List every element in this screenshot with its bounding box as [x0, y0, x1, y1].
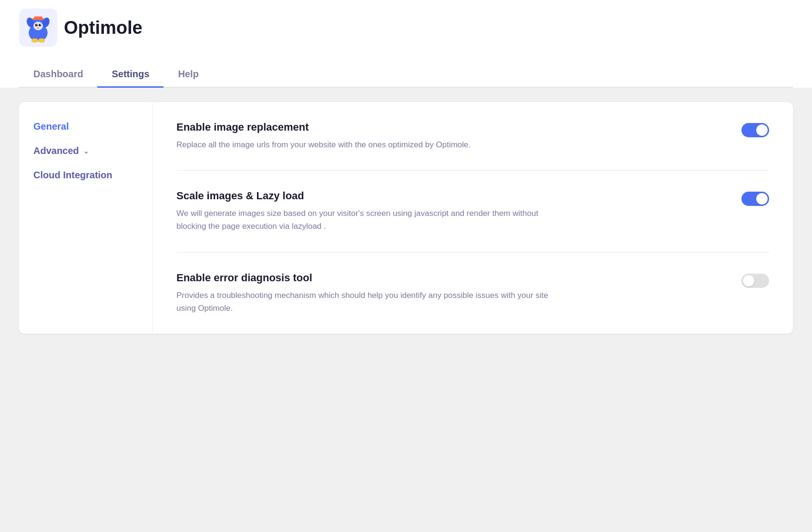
sidebar-item-general-label: General — [33, 121, 69, 132]
chevron-down-icon: ⌄ — [83, 146, 89, 155]
toggle-error-diagnosis[interactable] — [741, 274, 769, 288]
main-nav: Dashboard Settings Help — [19, 62, 793, 88]
svg-point-5 — [35, 24, 38, 26]
sidebar: General Advanced ⌄ Cloud Integration — [19, 102, 153, 334]
tab-dashboard[interactable]: Dashboard — [19, 62, 97, 88]
toggle-scale-lazy[interactable] — [741, 192, 769, 206]
toggle-error-diagnosis-slider — [741, 274, 769, 288]
setting-description-image-replacement: Replace all the image urls from your web… — [176, 138, 567, 151]
tab-help[interactable]: Help — [164, 62, 213, 88]
setting-description-scale-lazy: We will generate images size based on yo… — [176, 207, 567, 233]
app-logo — [19, 9, 57, 47]
sidebar-item-advanced-label: Advanced — [33, 145, 79, 156]
setting-info-scale-lazy: Scale images & Lazy load We will generat… — [176, 190, 722, 233]
sidebar-item-cloud-integration[interactable]: Cloud Integration — [33, 170, 138, 181]
svg-point-4 — [33, 21, 43, 30]
svg-point-7 — [36, 24, 37, 25]
setting-title-scale-lazy: Scale images & Lazy load — [176, 190, 722, 202]
setting-row-image-replacement: Enable image replacement Replace all the… — [176, 102, 769, 171]
toggle-image-replacement[interactable] — [741, 123, 769, 137]
setting-title-error-diagnosis: Enable error diagnosis tool — [176, 272, 722, 284]
sidebar-item-general[interactable]: General — [33, 121, 138, 132]
svg-point-10 — [31, 39, 38, 43]
svg-point-8 — [40, 24, 41, 25]
top-bar: Optimole Dashboard Settings Help — [0, 0, 812, 88]
setting-info-error-diagnosis: Enable error diagnosis tool Provides a t… — [176, 272, 722, 315]
setting-description-error-diagnosis: Provides a troubleshooting mechanism whi… — [176, 289, 567, 315]
setting-title-image-replacement: Enable image replacement — [176, 121, 722, 133]
settings-card: General Advanced ⌄ Cloud Integration Ena… — [19, 102, 793, 334]
toggle-image-replacement-slider — [741, 123, 769, 137]
setting-row-scale-lazy: Scale images & Lazy load We will generat… — [176, 171, 769, 252]
sidebar-item-advanced[interactable]: Advanced ⌄ — [33, 145, 138, 156]
settings-panel: Enable image replacement Replace all the… — [153, 102, 793, 334]
svg-rect-13 — [32, 18, 44, 20]
svg-point-6 — [39, 24, 41, 26]
setting-row-error-diagnosis: Enable error diagnosis tool Provides a t… — [176, 253, 769, 334]
setting-info-image-replacement: Enable image replacement Replace all the… — [176, 121, 722, 151]
app-name: Optimole — [64, 18, 143, 38]
sidebar-item-cloud-integration-label: Cloud Integration — [33, 170, 113, 180]
tab-settings[interactable]: Settings — [97, 62, 164, 88]
toggle-scale-lazy-slider — [741, 192, 769, 206]
svg-point-11 — [38, 39, 45, 43]
main-content: General Advanced ⌄ Cloud Integration Ena… — [0, 88, 812, 524]
logo-area: Optimole — [19, 9, 793, 58]
